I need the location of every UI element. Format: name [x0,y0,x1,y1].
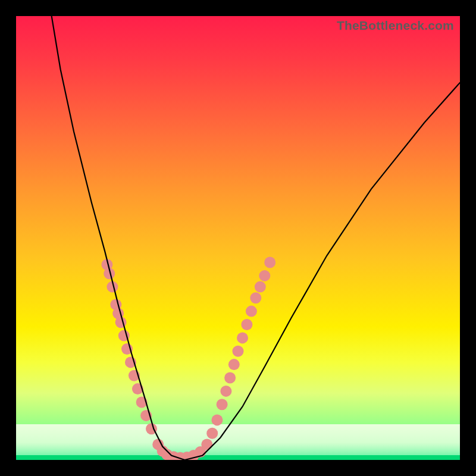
highlight-dot [255,281,266,293]
highlight-dot [246,306,257,317]
bottleneck-curve-line [52,16,460,460]
highlight-dot [228,359,240,370]
highlight-dot [136,397,148,408]
green-baseline-strip [16,455,460,460]
highlight-dot [264,257,275,268]
highlight-dot [104,268,115,279]
chart-svg [16,16,460,460]
highlight-dot [259,270,270,281]
highlight-dot [140,410,152,421]
highlight-dot [107,281,118,293]
highlight-dot [233,346,244,357]
highlight-dot [112,308,124,319]
highlight-dot [237,332,248,343]
highlight-dot [217,399,228,410]
highlight-dot [110,299,121,310]
highlight-dot [115,317,127,328]
highlight-dot [121,343,133,355]
highlight-dot [220,386,231,397]
highlight-dot [101,259,112,270]
highlight-dot [224,372,236,384]
highlight-dot [129,370,140,381]
highlight-dot [250,292,261,303]
highlight-dot [241,319,252,330]
highlight-dot [125,356,136,368]
highlight-dot [132,383,143,394]
highlight-dot [118,330,130,342]
watermark-text: TheBottleneck.com [337,18,454,33]
chart-plot-area: TheBottleneck.com [16,16,460,460]
pale-yellow-band [16,424,460,455]
